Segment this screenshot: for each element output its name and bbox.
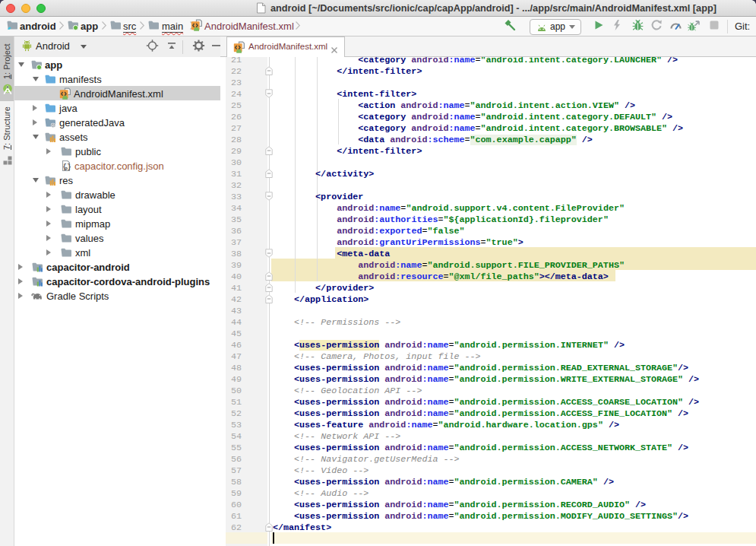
- svg-text:}: }: [67, 163, 71, 170]
